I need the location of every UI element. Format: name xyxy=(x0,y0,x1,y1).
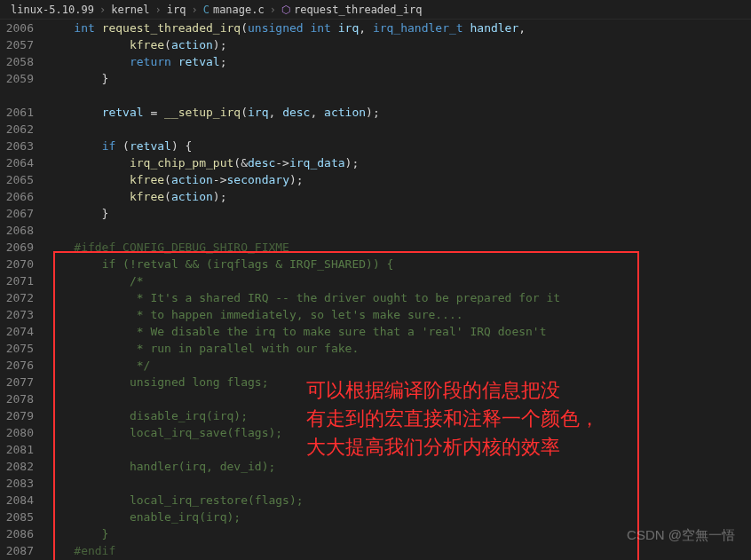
code-content[interactable] xyxy=(46,121,751,138)
line-number: 2057 xyxy=(0,36,46,53)
breadcrumb[interactable]: linux-5.10.99 › kernel › irq › C manage.… xyxy=(0,0,751,20)
code-line[interactable]: 2066 kfree(action); xyxy=(0,188,751,205)
code-line[interactable] xyxy=(0,87,751,104)
line-number: 2006 xyxy=(0,20,46,36)
code-content[interactable]: kfree(action); xyxy=(46,36,751,53)
code-content[interactable]: if (!retval && (irqflags & IRQF_SHARED))… xyxy=(46,256,751,272)
code-line[interactable]: 2065 kfree(action->secondary); xyxy=(0,171,751,188)
line-number: 2069 xyxy=(0,239,46,256)
line-number: 2076 xyxy=(0,357,46,374)
code-content[interactable]: * run in parallel with our fake. xyxy=(46,340,751,357)
code-line[interactable]: 2083 xyxy=(0,475,751,492)
code-line[interactable]: 2079 disable_irq(irq); xyxy=(0,407,751,424)
line-number: 2064 xyxy=(0,154,46,171)
code-line[interactable]: 2057 kfree(action); xyxy=(0,36,751,53)
code-line[interactable]: 2085 enable_irq(irq); xyxy=(0,509,751,525)
code-line[interactable]: 2073 * to happen immediately, so let's m… xyxy=(0,306,751,323)
code-content[interactable]: * to happen immediately, so let's make s… xyxy=(46,306,751,323)
code-content[interactable]: handler(irq, dev_id); xyxy=(46,458,751,475)
function-icon: ⬡ xyxy=(281,4,290,16)
code-content[interactable]: */ xyxy=(46,357,751,374)
line-number: 2085 xyxy=(0,509,46,525)
code-content[interactable]: return retval; xyxy=(46,53,751,70)
code-content[interactable] xyxy=(46,222,751,239)
breadcrumb-item[interactable]: kernel xyxy=(111,4,149,16)
code-content[interactable]: } xyxy=(46,70,751,87)
code-line[interactable]: 2082 handler(irq, dev_id); xyxy=(0,458,751,475)
code-content[interactable]: * It's a shared IRQ -- the driver ought … xyxy=(46,289,751,306)
code-content[interactable]: unsigned long flags; xyxy=(46,374,751,390)
code-line[interactable]: 2059 } xyxy=(0,70,751,87)
code-line[interactable]: 2076 */ xyxy=(0,357,751,374)
watermark: CSDN @空無一悟 xyxy=(627,527,735,544)
code-content[interactable] xyxy=(46,475,751,492)
code-line[interactable]: 2064 irq_chip_pm_put(&desc->irq_data); xyxy=(0,154,751,171)
code-line[interactable]: 2074 * We disable the irq to make sure t… xyxy=(0,323,751,340)
line-number: 2063 xyxy=(0,138,46,154)
line-number: 2074 xyxy=(0,323,46,340)
code-line[interactable]: 2080 local_irq_save(flags); xyxy=(0,424,751,441)
chevron-right-icon: › xyxy=(270,4,276,16)
code-line[interactable]: 2072 * It's a shared IRQ -- the driver o… xyxy=(0,289,751,306)
code-line[interactable]: 2062 xyxy=(0,121,751,138)
code-line[interactable]: 2087 #endif xyxy=(0,542,751,559)
code-line[interactable]: 2071 /* xyxy=(0,272,751,289)
code-container[interactable]: 2006 int request_threaded_irq(unsigned i… xyxy=(0,20,751,560)
code-line[interactable]: 2069 #ifdef CONFIG_DEBUG_SHIRQ_FIXME xyxy=(0,239,751,256)
line-number: 2068 xyxy=(0,222,46,239)
code-line[interactable]: 2075 * run in parallel with our fake. xyxy=(0,340,751,357)
line-number: 2067 xyxy=(0,205,46,222)
code-line[interactable]: 2077 unsigned long flags; xyxy=(0,374,751,390)
code-line[interactable]: 2058 return retval; xyxy=(0,53,751,70)
line-number: 2077 xyxy=(0,374,46,390)
code-content[interactable]: kfree(action); xyxy=(46,188,751,205)
breadcrumb-file[interactable]: manage.c xyxy=(213,4,265,16)
code-content[interactable] xyxy=(46,390,751,407)
code-content[interactable] xyxy=(46,441,751,458)
line-number: 2061 xyxy=(0,104,46,121)
line-number: 2058 xyxy=(0,53,46,70)
breadcrumb-symbol[interactable]: request_threaded_irq xyxy=(294,4,423,16)
code-content[interactable]: #ifdef CONFIG_DEBUG_SHIRQ_FIXME xyxy=(46,239,751,256)
line-number: 2065 xyxy=(0,171,46,188)
code-line[interactable]: 2068 xyxy=(0,222,751,239)
code-line[interactable]: 2063 if (retval) { xyxy=(0,138,751,154)
code-line[interactable]: 2081 xyxy=(0,441,751,458)
code-line[interactable]: 2061 retval = __setup_irq(irq, desc, act… xyxy=(0,104,751,121)
code-line[interactable]: 2078 xyxy=(0,390,751,407)
line-number: 2073 xyxy=(0,306,46,323)
breadcrumb-item[interactable]: linux-5.10.99 xyxy=(11,4,94,16)
line-number: 2066 xyxy=(0,188,46,205)
code-content[interactable]: enable_irq(irq); xyxy=(46,509,751,525)
chevron-right-icon: › xyxy=(191,4,197,16)
breadcrumb-item[interactable]: irq xyxy=(167,4,186,16)
code-content[interactable]: kfree(action->secondary); xyxy=(46,171,751,188)
chevron-right-icon: › xyxy=(99,4,106,16)
code-content[interactable]: } xyxy=(46,205,751,222)
line-number: 2079 xyxy=(0,407,46,424)
code-content[interactable]: irq_chip_pm_put(&desc->irq_data); xyxy=(46,154,751,171)
code-content[interactable]: local_irq_save(flags); xyxy=(46,424,751,441)
code-content[interactable]: * We disable the irq to make sure that a… xyxy=(46,323,751,340)
code-content[interactable]: int request_threaded_irq(unsigned int ir… xyxy=(46,20,751,36)
line-number: 2070 xyxy=(0,256,46,272)
code-content[interactable]: disable_irq(irq); xyxy=(46,407,751,424)
code-line[interactable]: 2084 local_irq_restore(flags); xyxy=(0,492,751,509)
line-number: 2083 xyxy=(0,475,46,492)
code-content[interactable]: retval = __setup_irq(irq, desc, action); xyxy=(46,104,751,121)
code-content[interactable]: local_irq_restore(flags); xyxy=(46,492,751,509)
line-number: 2086 xyxy=(0,525,46,542)
line-number: 2081 xyxy=(0,441,46,458)
code-content[interactable]: /* xyxy=(46,272,751,289)
code-content[interactable]: #endif xyxy=(46,542,751,559)
line-number: 2082 xyxy=(0,458,46,475)
code-content[interactable] xyxy=(46,87,751,104)
code-line[interactable]: 2006 int request_threaded_irq(unsigned i… xyxy=(0,20,751,36)
line-number: 2075 xyxy=(0,340,46,357)
code-line[interactable]: 2070 if (!retval && (irqflags & IRQF_SHA… xyxy=(0,256,751,272)
c-file-icon: C xyxy=(203,4,209,16)
line-number xyxy=(0,87,46,104)
code-line[interactable]: 2067 } xyxy=(0,205,751,222)
code-content[interactable]: if (retval) { xyxy=(46,138,751,154)
editor-area[interactable]: 2006 int request_threaded_irq(unsigned i… xyxy=(0,20,751,560)
